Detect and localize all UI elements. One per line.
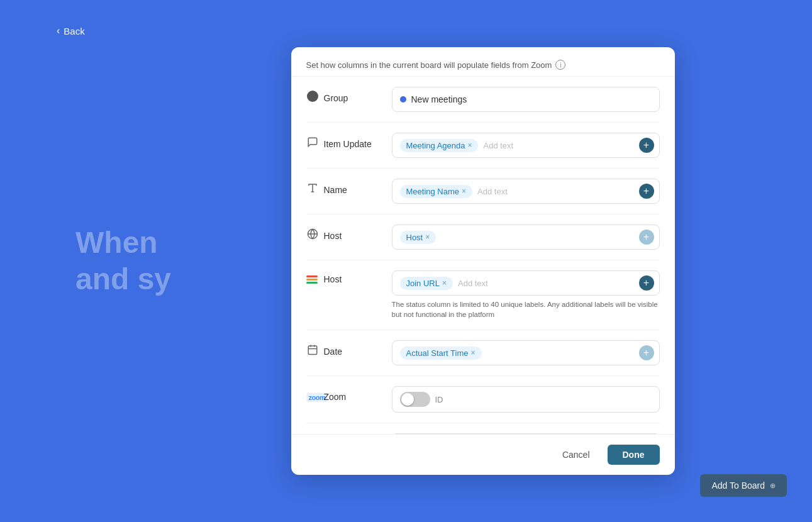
- status-column-note: The status column is limited to 40 uniqu…: [392, 299, 660, 319]
- file-input-box[interactable]: [392, 433, 660, 434]
- new-meetings-value: New meetings: [411, 94, 467, 104]
- modal-dialog: Set how columns in the current board wil…: [291, 47, 675, 475]
- back-chevron-icon: ‹: [57, 25, 60, 36]
- zoom-logo-icon: zoom: [306, 390, 319, 403]
- field-row-group: Group New meetings: [306, 77, 660, 123]
- cancel-button[interactable]: Cancel: [552, 445, 600, 465]
- group-input-area: New meetings: [392, 87, 660, 112]
- group-input-box[interactable]: New meetings: [392, 87, 660, 112]
- modal-footer: Cancel Done: [291, 434, 675, 475]
- name-input-box[interactable]: Meeting Name × Add text +: [392, 179, 660, 204]
- toggle-knob: [401, 393, 414, 406]
- host-label: Host: [324, 231, 342, 241]
- actual-start-time-remove[interactable]: ×: [470, 348, 475, 357]
- host-remove[interactable]: ×: [425, 233, 430, 242]
- host-tag: Host ×: [400, 231, 437, 244]
- back-button-label: Back: [64, 26, 84, 36]
- calendar-icon: [306, 344, 319, 358]
- add-to-board-button[interactable]: Add To Board ⊕: [700, 474, 787, 497]
- name-plus-btn[interactable]: +: [639, 184, 654, 199]
- name-label: Name: [324, 185, 347, 195]
- group-label: Group: [324, 93, 348, 103]
- meeting-name-remove[interactable]: ×: [462, 187, 466, 196]
- date-plus-btn[interactable]: +: [639, 345, 654, 360]
- item-update-placeholder: Add text: [483, 141, 513, 150]
- host-status-label: Host: [324, 274, 342, 284]
- svg-rect-4: [308, 346, 317, 355]
- meeting-name-tag: Meeting Name ×: [400, 185, 473, 198]
- field-label-area-host-status: Host: [306, 270, 382, 284]
- field-label-area-date: Date: [306, 340, 382, 358]
- field-label-area-name: Name: [306, 179, 382, 197]
- field-row-date: Date Actual Start Time × +: [306, 330, 660, 376]
- actual-start-time-tag: Actual Start Time ×: [400, 347, 482, 360]
- info-icon[interactable]: i: [555, 60, 565, 70]
- join-url-plus-btn[interactable]: +: [639, 275, 654, 291]
- field-label-area-item-update: Item Update: [306, 133, 382, 151]
- group-icon: [306, 91, 319, 105]
- modal-header: Set how columns in the current board wil…: [291, 47, 675, 77]
- background-text: When and sy: [75, 225, 171, 297]
- field-row-name: Name Meeting Name × Add text +: [306, 169, 660, 214]
- date-label: Date: [324, 347, 343, 357]
- field-row-host: Host Host × +: [306, 214, 660, 260]
- field-label-area-zoom: zoom Zoom: [306, 386, 382, 403]
- zoom-toggle[interactable]: [400, 392, 430, 407]
- join-url-tag-label: Join URL: [406, 279, 440, 288]
- field-label-area-group: Group: [306, 87, 382, 105]
- field-row-file: File: [306, 423, 660, 434]
- zoom-toggle-wrapper: ID: [400, 392, 443, 407]
- join-url-tag: Join URL ×: [400, 277, 453, 290]
- item-update-input-area: Meeting Agenda × Add text +: [392, 133, 660, 158]
- text-icon: [306, 182, 319, 197]
- zoom-label: Zoom: [324, 392, 347, 402]
- actual-start-time-tag-label: Actual Start Time: [406, 348, 469, 358]
- host-input-area: Host × +: [392, 225, 660, 250]
- new-meetings-dot: [400, 96, 406, 103]
- modal-body: Group New meetings Ite: [291, 77, 675, 434]
- field-row-host-status: Host Join URL × Add text + The status co…: [306, 260, 660, 330]
- host-input-box[interactable]: Host × +: [392, 225, 660, 250]
- date-input-box[interactable]: Actual Start Time × +: [392, 340, 660, 365]
- meeting-agenda-tag: Meeting Agenda ×: [400, 139, 479, 152]
- back-button[interactable]: ‹ Back: [57, 25, 85, 36]
- item-update-plus-btn[interactable]: +: [639, 138, 654, 153]
- name-placeholder: Add text: [477, 187, 508, 196]
- status-bars-icon: [306, 275, 319, 284]
- done-button[interactable]: Done: [608, 445, 660, 465]
- toggle-label: ID: [435, 395, 443, 404]
- item-update-label: Item Update: [324, 139, 372, 149]
- background-page: When and sy ‹ Back Add To Board ⊕ Set ho…: [0, 0, 812, 522]
- zoom-input-box[interactable]: ID: [392, 386, 660, 413]
- join-url-placeholder: Add text: [458, 279, 488, 288]
- zoom-icon-small: ⊕: [770, 482, 776, 490]
- host-status-input-area: Join URL × Add text + The status column …: [392, 270, 660, 319]
- field-row-item-update: Item Update Meeting Agenda × Add text +: [306, 123, 660, 169]
- meeting-agenda-tag-label: Meeting Agenda: [406, 141, 465, 150]
- file-input-area: [392, 433, 660, 434]
- meeting-agenda-remove[interactable]: ×: [467, 141, 472, 150]
- field-row-zoom: zoom Zoom ID: [306, 376, 660, 423]
- add-to-board-label: Add To Board: [711, 480, 765, 491]
- meeting-name-tag-label: Meeting Name: [406, 187, 460, 196]
- modal-description: Set how columns in the current board wil…: [306, 60, 552, 70]
- host-plus-btn[interactable]: +: [639, 230, 654, 245]
- date-input-area: Actual Start Time × +: [392, 340, 660, 365]
- modal-header-text: Set how columns in the current board wil…: [306, 60, 660, 70]
- name-input-area: Meeting Name × Add text +: [392, 179, 660, 204]
- host-tag-label: Host: [406, 233, 423, 242]
- zoom-input-area: ID: [392, 386, 660, 413]
- join-url-remove[interactable]: ×: [442, 279, 447, 287]
- comment-icon: [306, 136, 319, 151]
- globe-icon: [306, 228, 319, 243]
- field-label-area-host: Host: [306, 225, 382, 243]
- item-update-input-box[interactable]: Meeting Agenda × Add text +: [392, 133, 660, 158]
- host-status-input-box[interactable]: Join URL × Add text +: [392, 270, 660, 296]
